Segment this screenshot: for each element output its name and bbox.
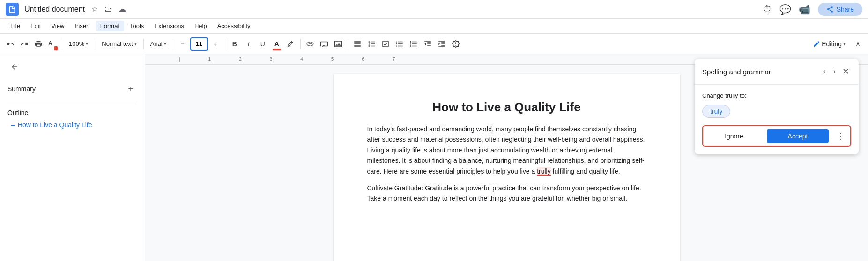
clear-format-button[interactable] (449, 36, 462, 51)
video-icon[interactable]: 📹 (799, 4, 810, 15)
style-value: Normal text (102, 40, 133, 47)
link-button[interactable] (304, 36, 317, 51)
spell-prev-button[interactable]: ‹ (820, 65, 828, 78)
change-text: Change trully to: (702, 92, 851, 99)
paint-format-button[interactable]: A (46, 36, 59, 51)
divider-5 (225, 39, 225, 49)
document-heading: How to Live a Quality Life (367, 100, 646, 115)
spell-actions: Ignore Accept ⋮ (702, 125, 851, 147)
chat-icon[interactable]: 💬 (779, 4, 791, 15)
summary-row: Summary + (7, 80, 137, 98)
menu-file[interactable]: File (6, 21, 25, 31)
outdent-button[interactable] (421, 36, 434, 51)
outline-item-label: How to Live a Quality Life (18, 121, 92, 129)
increase-icon: + (213, 40, 217, 48)
doc-icon (6, 3, 19, 16)
italic-button[interactable]: I (242, 36, 255, 51)
outline-dash: – (11, 121, 15, 129)
font-dropdown[interactable]: Arial ▾ (147, 36, 170, 51)
toolbar: A 100% ▾ Normal text ▾ Arial ▾ − 11 + B … (0, 34, 868, 54)
divider-7 (348, 39, 348, 49)
document-body[interactable]: In today's fast-paced and demanding worl… (367, 124, 646, 204)
misspelled-word: trully (537, 167, 551, 176)
divider-2 (95, 39, 95, 49)
bullet-list-button[interactable] (393, 36, 406, 51)
print-button[interactable] (32, 36, 45, 51)
suggestion-chip[interactable]: truly (702, 105, 730, 118)
sidebar-divider (7, 102, 137, 102)
menu-help[interactable]: Help (190, 21, 212, 31)
document-page[interactable]: How to Live a Quality Life In today's fa… (334, 74, 680, 261)
summary-label: Summary (7, 85, 36, 93)
prev-icon: ‹ (823, 67, 825, 75)
decrease-font-button[interactable]: − (176, 36, 189, 51)
spell-panel-body: Change trully to: truly Ignore Accept ⋮ (695, 85, 859, 154)
star-icon[interactable]: ☆ (91, 5, 98, 14)
menu-accessibility[interactable]: Accessibility (213, 21, 255, 31)
menu-view[interactable]: View (46, 21, 69, 31)
undo-button[interactable] (4, 36, 17, 51)
zoom-value: 100% (69, 40, 84, 47)
cloud-icon[interactable]: ☁ (119, 5, 126, 14)
share-label: Share (837, 6, 854, 13)
sidebar-back-button[interactable] (7, 60, 22, 74)
zoom-dropdown[interactable]: 100% ▾ (65, 36, 92, 51)
font-value: Arial (150, 40, 163, 47)
insert-comment-button[interactable] (318, 36, 331, 51)
bold-button[interactable]: B (228, 36, 241, 51)
add-icon: + (128, 84, 134, 94)
menu-extensions[interactable]: Extensions (149, 21, 189, 31)
align-button[interactable] (351, 36, 364, 51)
paragraph-2: Cultivate Gratitude: Gratitude is a powe… (367, 183, 646, 204)
bold-icon: B (232, 40, 237, 48)
menu-edit[interactable]: Edit (26, 21, 45, 31)
underline-icon: U (260, 40, 265, 48)
divider-4 (173, 39, 173, 49)
menu-format[interactable]: Format (96, 21, 124, 31)
insert-image-button[interactable] (332, 36, 345, 51)
doc-area[interactable]: | 1 2 3 4 5 6 7 How to Live a Quality Li… (145, 54, 868, 261)
num-list-button[interactable] (407, 36, 420, 51)
paragraph-1: In today's fast-paced and demanding worl… (367, 124, 646, 176)
document-title[interactable]: Untitled document (24, 5, 85, 14)
sidebar: Summary + Outline – How to Live a Qualit… (0, 54, 145, 261)
increase-font-button[interactable]: + (209, 36, 222, 51)
collapse-icon: ∧ (855, 40, 861, 48)
collapse-toolbar-button[interactable]: ∧ (851, 36, 864, 51)
spell-next-button[interactable]: › (831, 65, 838, 78)
editing-dropdown[interactable]: Editing ▾ (809, 36, 849, 51)
outline-item-1[interactable]: – How to Live a Quality Life (7, 119, 137, 130)
highlight-button[interactable] (284, 36, 297, 51)
divider-3 (143, 39, 144, 49)
spell-panel-title: Spelling and grammar (702, 68, 820, 76)
more-options-button[interactable]: ⋮ (832, 128, 848, 144)
spell-close-button[interactable]: ✕ (840, 65, 851, 79)
title-bar: Untitled document ☆ 🗁 ☁ ⏱ 💬 📹 Share (0, 0, 868, 19)
ignore-button[interactable]: Ignore (705, 129, 763, 143)
folder-icon[interactable]: 🗁 (104, 5, 112, 14)
divider-1 (62, 39, 62, 49)
font-color-button[interactable]: A (270, 36, 283, 51)
style-dropdown[interactable]: Normal text ▾ (98, 36, 140, 51)
menu-tools[interactable]: Tools (125, 21, 148, 31)
spell-nav: ‹ › (820, 65, 838, 78)
underline-button[interactable]: U (256, 36, 269, 51)
indent-button[interactable] (435, 36, 448, 51)
checklist-button[interactable] (379, 36, 392, 51)
line-spacing-button[interactable] (365, 36, 378, 51)
font-size-input[interactable]: 11 (190, 37, 208, 51)
decrease-icon: − (180, 40, 185, 48)
add-summary-button[interactable]: + (124, 82, 137, 95)
italic-icon: I (248, 40, 250, 48)
menu-insert[interactable]: Insert (70, 21, 95, 31)
accept-button[interactable]: Accept (767, 129, 829, 143)
editing-label: Editing (822, 40, 842, 48)
history-icon[interactable]: ⏱ (763, 4, 772, 14)
close-icon: ✕ (842, 67, 849, 76)
next-icon: › (833, 67, 836, 75)
share-button[interactable]: Share (818, 3, 862, 16)
redo-button[interactable] (18, 36, 31, 51)
outline-label: Outline (7, 106, 137, 119)
svg-text:A: A (48, 40, 52, 47)
divider-6 (300, 39, 301, 49)
